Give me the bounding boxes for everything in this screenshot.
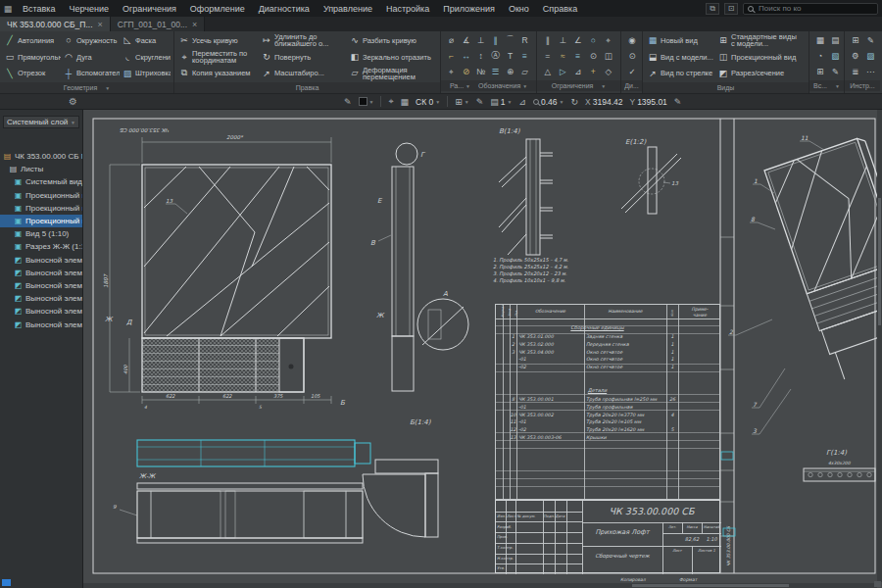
- tool-copy[interactable]: ⧉Копия указанием: [176, 66, 259, 82]
- tool-icon[interactable]: ▷: [560, 67, 566, 76]
- tool-icon[interactable]: ⚙: [852, 51, 859, 61]
- tool-view-by-arrow[interactable]: ↗Вид по стрелке: [645, 66, 715, 82]
- tool-icon[interactable]: ≡: [522, 51, 527, 61]
- spec-row[interactable]: 8 ЧК 353.00.001 Труба профильная l=250 м…: [496, 396, 719, 404]
- tool-icon[interactable]: ⌖: [449, 67, 454, 77]
- tool-icon[interactable]: ◔: [817, 51, 822, 61]
- menu-item[interactable]: Управление: [317, 0, 379, 17]
- tool-icon[interactable]: ⌖: [606, 35, 611, 46]
- tree-item[interactable]: ▣ Вид 5 (1:10): [0, 227, 82, 240]
- tool-icon[interactable]: ⊞: [816, 67, 823, 76]
- tree-item[interactable]: ◩ Выносной элемент В (...: [0, 279, 82, 292]
- tree-item[interactable]: ▤ Листы: [0, 163, 82, 175]
- tool-icon[interactable]: T: [508, 51, 513, 61]
- view-detail-b[interactable]: Б(1:4): [363, 418, 438, 537]
- tree-item[interactable]: ▣ Проекционный ви...: [0, 215, 82, 227]
- tool-mirror[interactable]: ◧Зеркально отразить: [347, 49, 437, 66]
- command-search[interactable]: [743, 3, 878, 15]
- menu-item[interactable]: Вставка: [16, 0, 62, 17]
- tool-break[interactable]: ∿Разбить кривую: [347, 32, 437, 49]
- spec-row[interactable]: 3 ЧК 353.04.000 Окно сетчатое 1: [496, 349, 719, 357]
- view-detail-e[interactable]: Е(1:2) 13: [621, 138, 681, 214]
- tool-scale[interactable]: ↗Масштабиро...: [259, 66, 347, 82]
- tool-icon[interactable]: ≈: [561, 51, 565, 61]
- tool-icon[interactable]: ⌐: [449, 51, 454, 61]
- gear-icon[interactable]: ⚙: [69, 96, 77, 107]
- refresh-button[interactable]: ↻: [571, 97, 579, 107]
- tool-icon[interactable]: ○: [591, 35, 596, 45]
- ribbon-group-label[interactable]: Ра... ▼: [450, 82, 470, 89]
- tool-icon[interactable]: ↔: [462, 51, 470, 61]
- menu-item[interactable]: Черчение: [62, 0, 116, 17]
- scrollbar-handle[interactable]: [878, 198, 881, 325]
- search-input[interactable]: [757, 3, 873, 14]
- view-detail-v[interactable]: В(1:4): [499, 127, 553, 255]
- spec-row[interactable]: -01 Труба профильная: [496, 404, 719, 412]
- ribbon-group-label[interactable]: Геометрия▼: [0, 82, 173, 93]
- tool-icon[interactable]: ⊿: [574, 67, 581, 76]
- coordinate-system-dropdown[interactable]: СК 0▼: [416, 97, 440, 107]
- tool-icon[interactable]: ⌒: [506, 34, 514, 46]
- tab-close-icon[interactable]: ×: [98, 20, 103, 29]
- ribbon-group-label[interactable]: Инстр...: [845, 80, 880, 91]
- tool-icon[interactable]: ⊕: [507, 67, 514, 76]
- tab-close-icon[interactable]: ×: [192, 20, 197, 29]
- vertical-scrollbar[interactable]: [877, 110, 882, 582]
- tool-icon[interactable]: №: [476, 67, 485, 76]
- tool-icon[interactable]: ▧: [831, 51, 839, 61]
- tool-icon[interactable]: ◫: [605, 51, 612, 61]
- menu-item[interactable]: Диагностика: [252, 0, 317, 17]
- tool-extend[interactable]: ↦Удлинить до ближайшего о...: [259, 32, 347, 49]
- tool-icon[interactable]: ⊥: [477, 35, 484, 45]
- tool-icon[interactable]: ☰: [492, 67, 500, 76]
- tool-deform[interactable]: ▱Деформация перемещением: [347, 66, 437, 82]
- layer-selector-dropdown[interactable]: Системный слой ▼: [3, 116, 79, 128]
- app-menu-icon[interactable]: ▦: [0, 4, 16, 14]
- tool-auxiliary[interactable]: ┼Вспомогатель...: [61, 66, 120, 82]
- spec-row[interactable]: 2 ЧК 353.02.000 Передняя стенка 1: [496, 341, 719, 349]
- tool-icon[interactable]: =: [545, 51, 550, 61]
- screen-mode-icon[interactable]: ⊡: [724, 3, 738, 15]
- tool-standard-views[interactable]: ⊞Стандартные виды с модели...: [715, 32, 804, 49]
- tool-icon[interactable]: △: [544, 67, 551, 76]
- ribbon-group-label[interactable]: Правка: [174, 82, 440, 93]
- view-section-zhzh[interactable]: Ж-Ж 9: [113, 472, 363, 543]
- tool-view-from-model[interactable]: ⬓Вид с модели...: [645, 49, 715, 66]
- ribbon-group-label[interactable]: Виды: [643, 82, 808, 93]
- tool-icon[interactable]: ◉: [628, 35, 635, 45]
- snap-target-button[interactable]: ⌖: [388, 96, 393, 107]
- edit-coords-button[interactable]: ✎: [674, 97, 682, 107]
- spec-row[interactable]: 11 -01 Труба 20х20 l=105 мм: [496, 418, 719, 426]
- tool-section-view[interactable]: ◩Разрез/сечение: [715, 66, 804, 82]
- spec-row[interactable]: 1 ЧК 353.01.000 Задняя стенка 1: [496, 333, 719, 341]
- menu-item[interactable]: Справка: [536, 0, 584, 17]
- tool-move-by-coords[interactable]: ⌖Переместить по координатам: [176, 49, 259, 66]
- tool-icon[interactable]: ⊥: [560, 35, 566, 45]
- document-tab[interactable]: СГП_001_01_00... ×: [111, 17, 205, 31]
- zoom-dropdown[interactable]: 0.46▼: [533, 97, 564, 107]
- view-tag-badge[interactable]: [721, 452, 733, 460]
- tool-rectangle[interactable]: ▭Прямоугольник: [2, 49, 61, 66]
- tree-item[interactable]: ◩ Выносной элемент Д (...: [0, 305, 82, 318]
- tool-icon[interactable]: ⊘: [463, 67, 469, 76]
- menu-item[interactable]: Настройка: [379, 0, 436, 17]
- view-selected-section[interactable]: [137, 440, 370, 466]
- tree-item[interactable]: ◩ Выносной элемент Г (...: [0, 292, 82, 305]
- view-isometric[interactable]: 11 1 8 2 7 3: [728, 134, 882, 434]
- tool-icon[interactable]: ∥: [493, 35, 497, 45]
- tool-icon[interactable]: ▱: [521, 67, 528, 76]
- tool-icon[interactable]: ⊞: [852, 35, 858, 45]
- tool-icon[interactable]: ✓: [628, 67, 635, 76]
- snap-settings-dropdown[interactable]: ⊞▼: [455, 97, 469, 107]
- tool-icon[interactable]: ▦: [816, 35, 824, 45]
- tool-fillet[interactable]: ◟Скругление: [120, 49, 171, 66]
- tool-icon[interactable]: ∠: [574, 35, 582, 45]
- tool-icon[interactable]: ⌀: [449, 35, 454, 45]
- tree-item[interactable]: ▣ Разрез Ж-Ж (1:10...: [0, 240, 82, 253]
- tool-icon[interactable]: ⋯: [866, 67, 875, 76]
- spec-row[interactable]: -02 Окно сетчатое 1: [496, 364, 719, 371]
- line-style-swatch[interactable]: ▼: [359, 97, 374, 106]
- ribbon-group-label[interactable]: Вс...▼: [809, 80, 844, 91]
- tree-item[interactable]: ◩ Выносной элемент Е (...: [0, 318, 82, 330]
- view-side-column[interactable]: Г Е В Ж А: [370, 143, 468, 391]
